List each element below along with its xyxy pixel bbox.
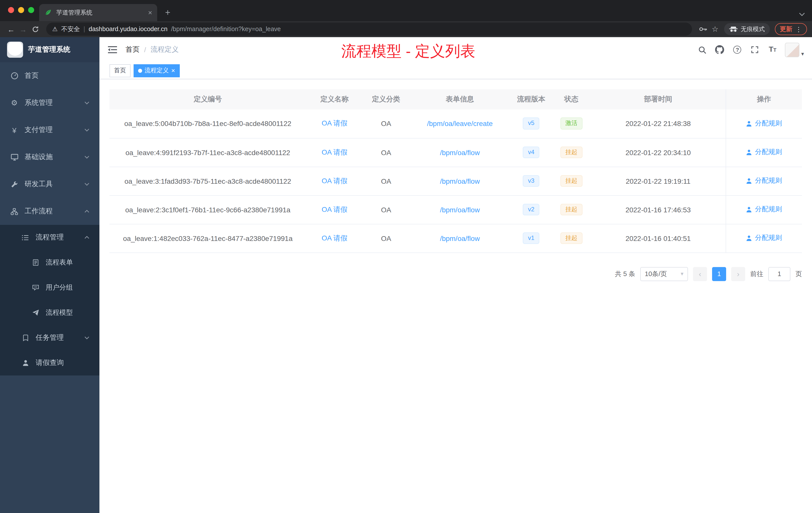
breadcrumb: 首页 / 流程定义	[125, 45, 179, 54]
window-controls	[8, 7, 34, 13]
cell-deploy-time: 2022-01-22 20:34:10	[591, 138, 726, 167]
breadcrumb-home[interactable]: 首页	[125, 45, 140, 54]
cell-definition-id: oa_leave:5:004b710b-7b8a-11ec-8ef0-acde4…	[110, 110, 306, 138]
browser-toolbar: ← → ⚠ 不安全 | dashboard.yudao.iocoder.cn/b…	[0, 21, 812, 37]
new-tab-button[interactable]: +	[161, 6, 174, 19]
app-area: 芋道管理系统 首页 ⚙ 系统管理 ¥ 支付管理	[0, 37, 812, 513]
github-icon[interactable]	[715, 45, 725, 55]
form-info-link[interactable]: /bpm/oa/flow	[440, 148, 480, 156]
font-size-icon[interactable]: TT	[767, 45, 778, 55]
reload-icon[interactable]	[29, 23, 41, 35]
table-row[interactable]: oa_leave:1:482ec033-762a-11ec-8477-a2380…	[110, 224, 802, 252]
sidebar-item-home[interactable]: 首页	[0, 62, 99, 89]
status-badge: 挂起	[560, 232, 582, 244]
current-page-button[interactable]: 1	[712, 267, 726, 281]
definition-table: 定义编号 定义名称 定义分类 表单信息 流程版本 状态 部署时间 操作 oa_l	[110, 89, 802, 253]
definition-name-link[interactable]: OA 请假	[322, 148, 348, 156]
version-badge: v5	[523, 118, 539, 129]
definition-name-link[interactable]: OA 请假	[322, 234, 348, 242]
breadcrumb-separator: /	[144, 46, 146, 54]
user-icon	[746, 149, 753, 156]
form-info-link[interactable]: /bpm/oa/flow	[440, 177, 480, 185]
user-menu[interactable]: ▾	[785, 42, 804, 57]
forward-icon[interactable]: →	[17, 23, 29, 35]
help-icon[interactable]: ?	[732, 45, 743, 55]
minimize-window-button[interactable]	[18, 7, 24, 13]
assign-rule-link[interactable]: 分配规则	[746, 205, 782, 214]
goto-page-input[interactable]	[768, 267, 790, 281]
user-icon	[746, 206, 753, 213]
sidebar-item-task-management[interactable]: 任务管理	[0, 325, 99, 350]
next-page-button[interactable]: ›	[731, 267, 745, 281]
assign-rule-link[interactable]: 分配规则	[746, 234, 782, 243]
workflow-submenu: 流程管理 流程表单 用户分组	[0, 225, 99, 375]
workflow-icon	[10, 207, 19, 216]
back-icon[interactable]: ←	[5, 23, 17, 35]
browser-tab[interactable]: 芋道管理系统 ×	[39, 4, 157, 21]
page-size-select[interactable]: 10条/页 ▾	[640, 267, 688, 281]
table-row[interactable]: oa_leave:4:991f2193-7b7f-11ec-a3c8-acde4…	[110, 138, 802, 167]
browser-window: 芋道管理系统 × + ← → ⚠ 不安全 | dashboard.yudao.i…	[0, 0, 812, 513]
person-icon	[21, 359, 30, 367]
breadcrumb-current: 流程定义	[151, 45, 179, 54]
browser-update-button[interactable]: 更新 ⋮	[775, 23, 807, 35]
caret-down-icon: ▾	[801, 51, 804, 57]
sidebar-item-user-group[interactable]: 用户分组	[0, 275, 99, 300]
yen-icon: ¥	[10, 126, 19, 134]
search-icon[interactable]	[697, 45, 707, 55]
chevron-up-icon	[84, 210, 89, 213]
close-window-button[interactable]	[8, 7, 14, 13]
tag-close-icon[interactable]: ×	[171, 67, 175, 74]
form-info-link[interactable]: /bpm/oa/flow	[440, 206, 480, 214]
tag-home[interactable]: 首页	[110, 64, 130, 77]
assign-rule-link[interactable]: 分配规则	[746, 119, 782, 128]
definition-name-link[interactable]: OA 请假	[322, 119, 348, 127]
col-definition-category: 定义分类	[363, 89, 409, 110]
definition-name-link[interactable]: OA 请假	[322, 205, 348, 213]
sidebar-item-process-form[interactable]: 流程表单	[0, 250, 99, 275]
sidebar-menu: 首页 ⚙ 系统管理 ¥ 支付管理 基础设施	[0, 62, 99, 375]
sidebar-item-infrastructure[interactable]: 基础设施	[0, 144, 99, 171]
not-secure-warning-icon: ⚠	[52, 26, 58, 33]
more-menu-icon[interactable]: ⋮	[795, 25, 802, 33]
col-definition-id: 定义编号	[110, 89, 306, 110]
security-label[interactable]: 不安全	[61, 25, 80, 33]
prev-page-button[interactable]: ‹	[693, 267, 707, 281]
tag-process-definition[interactable]: 流程定义 ×	[134, 64, 179, 77]
col-status: 状态	[552, 89, 590, 110]
assign-rule-link[interactable]: 分配规则	[746, 176, 782, 185]
avatar[interactable]	[785, 42, 800, 57]
sidebar-item-system[interactable]: ⚙ 系统管理	[0, 89, 99, 117]
sidebar-item-workflow[interactable]: 工作流程	[0, 198, 99, 225]
update-label: 更新	[780, 25, 792, 33]
sidebar-item-devtools[interactable]: 研发工具	[0, 171, 99, 198]
hamburger-icon[interactable]	[108, 45, 117, 55]
annotation-title: 流程模型 - 定义列表	[341, 41, 475, 62]
assign-rule-link[interactable]: 分配规则	[746, 148, 782, 157]
sidebar-item-payment[interactable]: ¥ 支付管理	[0, 117, 99, 144]
active-dot	[138, 68, 142, 72]
table-row[interactable]: oa_leave:3:1fad3d93-7b75-11ec-a3c8-acde4…	[110, 167, 802, 195]
tab-search-chevron-icon[interactable]	[799, 12, 805, 16]
sidebar-item-process-management[interactable]: 流程管理	[0, 225, 99, 250]
password-key-icon[interactable]	[697, 23, 709, 35]
table-row[interactable]: oa_leave:2:3c1f0ef1-76b1-11ec-9c66-a2380…	[110, 195, 802, 224]
sidebar-item-leave-query[interactable]: 请假查询	[0, 350, 99, 375]
bookmark-star-icon[interactable]: ☆	[709, 23, 721, 35]
chevron-down-icon	[84, 183, 89, 186]
definition-name-link[interactable]: OA 请假	[322, 176, 348, 184]
table-row[interactable]: oa_leave:5:004b710b-7b8a-11ec-8ef0-acde4…	[110, 110, 802, 138]
maximize-window-button[interactable]	[28, 7, 34, 13]
cell-definition-id: oa_leave:3:1fad3d93-7b75-11ec-a3c8-acde4…	[110, 167, 306, 195]
url-bar[interactable]: ⚠ 不安全 | dashboard.yudao.iocoder.cn/bpm/m…	[46, 23, 692, 36]
status-badge: 挂起	[560, 204, 582, 215]
url-host: dashboard.yudao.iocoder.cn	[89, 26, 168, 33]
url-separator: |	[84, 26, 85, 33]
form-info-link[interactable]: /bpm/oa/flow	[440, 234, 480, 242]
pagination-total: 共 5 条	[615, 269, 635, 278]
form-info-link[interactable]: /bpm/oa/leave/create	[427, 120, 493, 128]
fullscreen-icon[interactable]	[750, 45, 760, 55]
sidebar-item-process-model[interactable]: 流程模型	[0, 300, 99, 325]
monitor-icon	[10, 153, 19, 161]
tab-close-icon[interactable]: ×	[148, 8, 152, 17]
